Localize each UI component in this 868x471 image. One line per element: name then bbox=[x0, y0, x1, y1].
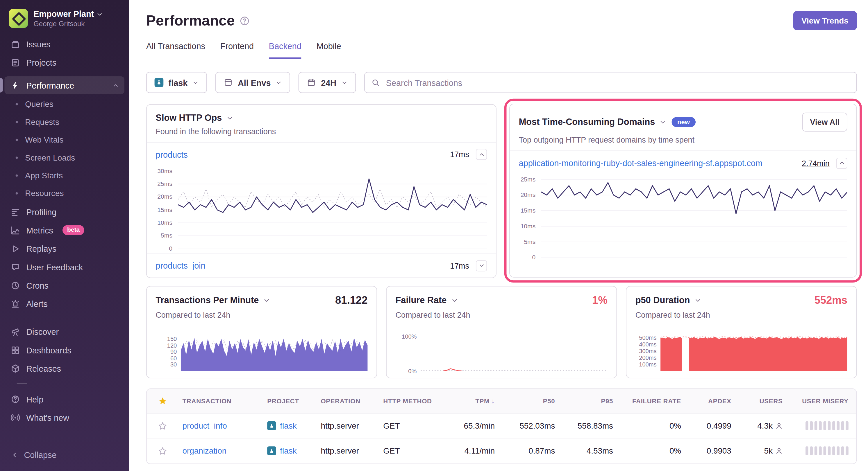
chevron-down-icon[interactable] bbox=[451, 297, 458, 304]
sidebar-item-replays[interactable]: Replays bbox=[4, 240, 124, 257]
bullet-icon bbox=[16, 121, 18, 123]
collapse-row-button[interactable] bbox=[836, 157, 847, 168]
collapse-button[interactable]: Collapse bbox=[4, 445, 124, 466]
sidebar-item-dashboards[interactable]: Dashboards bbox=[4, 341, 124, 359]
highlight-ring: Most Time-Consuming Domains new View All… bbox=[504, 99, 862, 282]
star-outline-icon[interactable] bbox=[158, 422, 166, 430]
col-p50[interactable]: P50 bbox=[503, 398, 563, 404]
cell-tpm: 65.3/min bbox=[441, 422, 503, 430]
chevron-down-icon[interactable] bbox=[659, 119, 666, 126]
slow-http-row-products: products 17ms bbox=[147, 142, 496, 166]
metrics-icon bbox=[10, 225, 20, 235]
user-misery-bars bbox=[790, 422, 856, 430]
failure-rate-card: Failure Rate 1% Compared to last 24h 100… bbox=[386, 286, 617, 378]
col-http-method[interactable]: HTTP METHOD bbox=[383, 398, 441, 404]
sidebar-item-releases[interactable]: Releases bbox=[4, 360, 124, 377]
domain-link[interactable]: application-monitoring-ruby-dot-sales-en… bbox=[519, 158, 763, 168]
view-all-button[interactable]: View All bbox=[802, 113, 847, 132]
issues-icon bbox=[10, 39, 20, 49]
sidebar-item-user-feedback[interactable]: User Feedback bbox=[4, 258, 124, 276]
tab-mobile[interactable]: Mobile bbox=[316, 41, 341, 59]
cell-http-method: GET bbox=[383, 446, 441, 455]
area-chart[interactable] bbox=[181, 337, 368, 371]
chevron-down-icon bbox=[192, 79, 198, 86]
col-tpm-sorted[interactable]: TPM↓ bbox=[441, 397, 503, 405]
col-apdex[interactable]: APDEX bbox=[689, 398, 739, 404]
col-failure-rate[interactable]: FAILURE RATE bbox=[621, 398, 689, 404]
performance-tabs: All Transactions Frontend Backend Mobile bbox=[146, 41, 857, 59]
search-box bbox=[364, 72, 857, 93]
org-switcher[interactable]: Empower Plant George Gritsouk bbox=[0, 8, 129, 35]
profiling-icon bbox=[10, 207, 20, 217]
line-chart[interactable] bbox=[178, 171, 487, 248]
flask-project-icon bbox=[267, 446, 276, 455]
chevron-left-icon bbox=[11, 451, 18, 459]
sidebar-item-requests[interactable]: Requests bbox=[4, 113, 124, 131]
tpm-chart: 150120906030 bbox=[156, 337, 367, 371]
line-chart[interactable] bbox=[421, 337, 608, 371]
sidebar-item-discover[interactable]: Discover bbox=[4, 323, 124, 340]
sidebar-item-profiling[interactable]: Profiling bbox=[4, 203, 124, 221]
help-circle-icon[interactable] bbox=[240, 16, 249, 26]
sidebar-item-help[interactable]: Help bbox=[4, 390, 124, 408]
col-project[interactable]: PROJECT bbox=[267, 398, 321, 404]
flask-project-icon bbox=[155, 78, 164, 87]
duration-value[interactable]: 2.74min bbox=[802, 159, 830, 168]
chevron-down-icon bbox=[341, 79, 347, 86]
sidebar-item-whats-new[interactable]: What's new bbox=[4, 409, 124, 426]
y-axis: 500ms400ms300ms200ms100ms bbox=[636, 337, 657, 371]
domain-row: application-monitoring-ruby-dot-sales-en… bbox=[510, 150, 856, 175]
view-trends-button[interactable]: View Trends bbox=[793, 11, 857, 30]
sidebar-item-alerts[interactable]: Alerts bbox=[4, 295, 124, 312]
sidebar-item-issues[interactable]: Issues bbox=[4, 35, 124, 53]
sidebar-item-queries[interactable]: Queries bbox=[4, 95, 124, 113]
telescope-icon bbox=[10, 327, 20, 337]
col-transaction[interactable]: TRANSACTION bbox=[178, 398, 267, 404]
cell-users: 5k bbox=[739, 446, 791, 455]
collapse-row-button[interactable] bbox=[476, 149, 487, 160]
chevron-down-icon[interactable] bbox=[226, 115, 233, 122]
transaction-link[interactable]: product_info bbox=[183, 422, 227, 430]
transaction-link[interactable]: products bbox=[156, 150, 187, 160]
chevron-down-icon[interactable] bbox=[264, 297, 270, 304]
project-link[interactable]: flask bbox=[280, 422, 297, 430]
sidebar-item-web-vitals[interactable]: Web Vitals bbox=[4, 131, 124, 149]
widget-subtitle: Found in the following transactions bbox=[156, 127, 487, 136]
project-filter[interactable]: flask bbox=[146, 72, 207, 93]
col-users[interactable]: USERS bbox=[739, 398, 791, 404]
sidebar-item-crons[interactable]: Crons bbox=[4, 276, 124, 294]
col-user-misery[interactable]: USER MISERY bbox=[790, 398, 856, 404]
replays-icon bbox=[10, 244, 20, 254]
project-link[interactable]: flask bbox=[280, 446, 297, 455]
area-chart[interactable] bbox=[660, 337, 847, 371]
page-title: Performance bbox=[146, 12, 249, 29]
org-name: Empower Plant bbox=[33, 9, 94, 19]
col-operation[interactable]: OPERATION bbox=[321, 398, 383, 404]
transaction-link[interactable]: organization bbox=[183, 446, 227, 455]
tpm-value: 81.122 bbox=[335, 294, 368, 306]
sidebar-item-screen-loads[interactable]: Screen Loads bbox=[4, 149, 124, 166]
star-outline-icon[interactable] bbox=[158, 447, 166, 455]
star-filled-icon[interactable] bbox=[158, 397, 166, 405]
date-range-filter[interactable]: 24H bbox=[299, 72, 356, 93]
sidebar-item-resources[interactable]: Resources bbox=[4, 184, 124, 202]
transaction-link[interactable]: products_join bbox=[156, 261, 205, 270]
line-chart[interactable] bbox=[541, 179, 847, 258]
sidebar-item-performance[interactable]: Performance bbox=[4, 76, 124, 94]
tab-all-transactions[interactable]: All Transactions bbox=[146, 41, 205, 59]
tab-backend[interactable]: Backend bbox=[269, 41, 302, 59]
megaphone-icon bbox=[10, 262, 20, 272]
tpm-card: Transactions Per Minute 81.122 Compared … bbox=[146, 286, 377, 378]
user-misery-bars bbox=[790, 446, 856, 455]
sidebar-item-metrics[interactable]: Metrics beta bbox=[4, 221, 124, 239]
expand-row-button[interactable] bbox=[476, 260, 487, 271]
tab-frontend[interactable]: Frontend bbox=[220, 41, 254, 59]
search-input[interactable] bbox=[385, 77, 850, 88]
chevron-down-icon[interactable] bbox=[694, 297, 701, 304]
search-icon bbox=[372, 78, 380, 87]
sidebar-item-projects[interactable]: Projects bbox=[4, 54, 124, 71]
main-content: Performance View Trends All Transactions… bbox=[129, 0, 868, 471]
col-p95[interactable]: P95 bbox=[563, 398, 621, 404]
sidebar-item-app-starts[interactable]: App Starts bbox=[4, 167, 124, 184]
environment-filter[interactable]: All Envs bbox=[215, 72, 290, 93]
